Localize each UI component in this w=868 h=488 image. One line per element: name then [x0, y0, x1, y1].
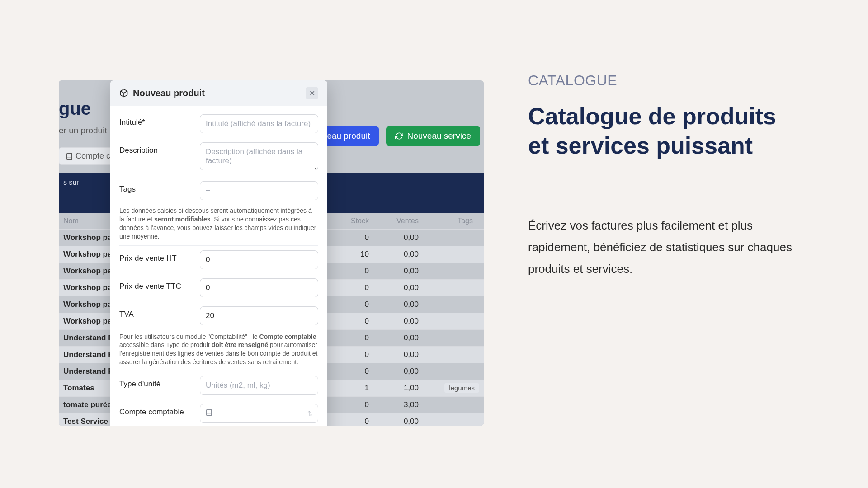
row-prix-ht: Prix de vente HT	[119, 246, 318, 274]
cell-stock: 0	[326, 300, 375, 309]
page-subtitle: er un produit	[59, 126, 107, 136]
cell-stock: 0	[326, 267, 375, 276]
intitule-input[interactable]	[200, 114, 318, 133]
label-tva: TVA	[119, 306, 192, 319]
close-button[interactable]: ✕	[306, 87, 318, 99]
label-compte: Compte comptable	[119, 404, 192, 417]
description-input[interactable]	[200, 142, 318, 170]
modal-header: Nouveau produit ✕	[110, 80, 327, 106]
book-icon	[205, 409, 212, 418]
label-intitule: Intitulé*	[119, 114, 192, 127]
close-icon: ✕	[309, 89, 315, 98]
button-label: Nouveau service	[407, 131, 471, 141]
book-icon	[66, 153, 73, 160]
prix-ttc-input[interactable]	[200, 278, 318, 297]
refresh-icon	[395, 132, 403, 140]
cell-ventes: 0,00	[375, 350, 425, 359]
cell-stock: 1	[326, 384, 375, 393]
cell-ventes: 0,00	[375, 250, 425, 259]
new-product-modal: Nouveau produit ✕ Intitulé* Description …	[110, 80, 327, 426]
type-unite-input[interactable]	[200, 376, 318, 395]
row-compte: Compte comptable ⇅	[119, 399, 318, 426]
col-ventes: Ventes	[375, 217, 425, 225]
new-service-button[interactable]: Nouveau service	[386, 126, 480, 146]
row-type-unite: Type d'unité	[119, 371, 318, 399]
form-hint-1: Les données saisies ci-dessous seront au…	[119, 205, 318, 246]
cell-stock: 0	[326, 417, 375, 426]
eyebrow-label: CATALOGUE	[528, 72, 799, 89]
row-prix-ttc: Prix de vente TTC	[119, 274, 318, 302]
cell-stock: 0	[326, 400, 375, 409]
cell-ventes: 0,00	[375, 367, 425, 376]
label-tags: Tags	[119, 181, 192, 194]
cell-ventes: 3,00	[375, 400, 425, 409]
cube-icon	[119, 89, 128, 98]
cell-ventes: 0,00	[375, 283, 425, 292]
form-hint-2: Pour les utilisateurs du module "Comptab…	[119, 330, 318, 372]
cell-stock: 10	[326, 250, 375, 259]
compte-select[interactable]	[200, 404, 318, 423]
cell-stock: 0	[326, 333, 375, 343]
page-title: gue	[59, 99, 91, 119]
app-screenshot: gue er un produit Compte com Nouveau pro…	[59, 80, 484, 426]
cell-stock: 0	[326, 317, 375, 326]
cell-ventes: 0,00	[375, 300, 425, 309]
col-stock: Stock	[326, 217, 375, 225]
cell-ventes: 0,00	[375, 333, 425, 343]
marketing-body: Écrivez vos factures plus facilement et …	[528, 215, 799, 280]
row-intitule: Intitulé*	[119, 110, 318, 138]
modal-form: Intitulé* Description Tags + Les données…	[110, 106, 327, 426]
cell-stock: 0	[326, 367, 375, 376]
prix-ht-input[interactable]	[200, 250, 318, 269]
label-prix-ht: Prix de vente HT	[119, 250, 192, 263]
label-type-unite: Type d'unité	[119, 376, 192, 389]
marketing-title: Catalogue de produits et services puissa…	[528, 102, 799, 160]
cell-stock: 0	[326, 233, 375, 242]
tva-input[interactable]	[200, 306, 318, 325]
modal-title-wrap: Nouveau produit	[119, 88, 205, 99]
cell-stock: 0	[326, 283, 375, 292]
col-tags: Tags	[425, 217, 479, 225]
modal-title: Nouveau produit	[133, 88, 205, 99]
cell-ventes: 1,00	[375, 384, 425, 393]
label-description: Description	[119, 142, 192, 155]
row-tva: TVA	[119, 302, 318, 330]
marketing-column: CATALOGUE Catalogue de produits et servi…	[528, 72, 799, 280]
cell-tags: legumes	[425, 384, 479, 393]
cell-ventes: 0,00	[375, 233, 425, 242]
row-tags: Tags +	[119, 177, 318, 205]
cell-ventes: 0,00	[375, 417, 425, 426]
cell-ventes: 0,00	[375, 267, 425, 276]
cell-stock: 0	[326, 350, 375, 359]
banner-fragment: s sur	[63, 178, 79, 186]
tags-input[interactable]: +	[200, 181, 318, 200]
label-prix-ttc: Prix de vente TTC	[119, 278, 192, 291]
cell-ventes: 0,00	[375, 317, 425, 326]
row-description: Description	[119, 138, 318, 177]
